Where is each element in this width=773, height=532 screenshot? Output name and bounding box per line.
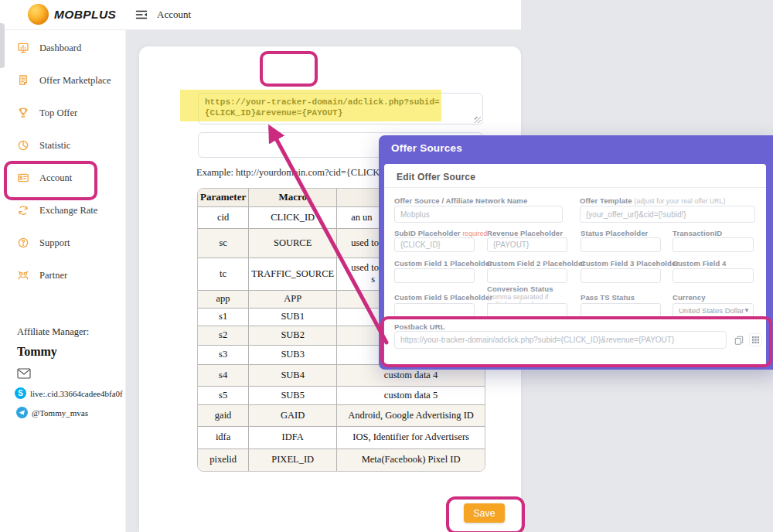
cell-macro: CLICK_ID [249, 206, 337, 228]
sidebar-item-exchange-rate[interactable]: Exchange Rate [0, 196, 125, 224]
cell-macro: GAID [249, 404, 337, 426]
table-row: gaidGAIDAndroid, Google Advertising ID [198, 404, 485, 426]
offer-template-input[interactable] [580, 206, 755, 223]
cell-desc: IOS, Identifier for Advertisers [337, 426, 485, 448]
sidebar: Dashboard Offer Marketplace Top Offer St… [0, 29, 126, 532]
affiliate-manager-name: Tommy [17, 345, 57, 359]
revenue-placeholder-input[interactable] [487, 237, 567, 252]
cell-macro: SUB4 [249, 364, 337, 386]
cell-param: idfa [198, 426, 249, 448]
custom-field-5-label: Custom Field 5 Placeholder [394, 293, 492, 302]
offer-template-label: Offer Template (adjust for your real off… [580, 196, 725, 205]
pass-ts-status-input[interactable] [581, 303, 661, 318]
custom-field-4-input[interactable] [673, 268, 754, 283]
cell-param: s1 [198, 308, 249, 326]
pass-ts-status-label: Pass TS Status [581, 293, 635, 302]
affiliate-manager-label: Affiliate Manager: [17, 326, 89, 338]
currency-label: Currency [673, 293, 706, 302]
save-button[interactable]: Save [464, 503, 505, 523]
subid-placeholder-label: SubID Placeholder required [394, 229, 487, 237]
telegram-contact[interactable]: @Tommy_mvas [16, 407, 88, 418]
collapse-menu-icon[interactable] [135, 8, 148, 22]
sidebar-item-label: Offer Marketplace [39, 75, 111, 87]
sidebar-item-dashboard[interactable]: Dashboard [0, 34, 125, 62]
postback-url-textarea[interactable]: https://your-tracker-domain/adclick.php?… [198, 93, 483, 124]
cell-param: s4 [198, 364, 249, 386]
email-contact[interactable] [17, 368, 31, 379]
custom-field-2-input[interactable] [487, 268, 567, 283]
conversion-status-input[interactable] [487, 303, 567, 318]
cell-param: tc [198, 257, 249, 290]
subid-placeholder-input[interactable] [394, 237, 475, 252]
sidebar-item-statistic[interactable]: Statistic [0, 131, 125, 159]
telegram-icon [16, 407, 28, 418]
status-placeholder-label: Status Placeholder [581, 229, 648, 237]
col-header-parameter: Parameter [198, 189, 249, 206]
cell-macro: IDFA [249, 426, 337, 448]
example-url-text: Example: http://yourdomain.com?cid={CLIC… [196, 167, 400, 179]
brand-name: MOBPLUS [54, 8, 116, 22]
sidebar-item-support[interactable]: Support [0, 229, 125, 257]
custom-field-1-input[interactable] [394, 268, 475, 283]
cell-desc: Android, Google Advertising ID [337, 404, 485, 426]
cell-param: app [198, 290, 249, 308]
sidebar-item-partner[interactable]: Partner [0, 261, 125, 289]
sidebar-item-label: Support [39, 237, 70, 249]
skype-contact[interactable]: S live:.cid.33664cadee4bfa0f [15, 387, 123, 399]
postback-url-label: Postback URL [394, 322, 445, 331]
cell-macro: SUB1 [249, 308, 337, 326]
app-root: MOBPLUS Account Dashboard Offer Marketpl… [0, 0, 773, 532]
custom-field-5-input[interactable] [394, 303, 475, 318]
cell-param: pixelid [198, 448, 249, 471]
cell-macro: SOURCE [249, 228, 337, 257]
table-row: idfaIDFAIOS, Identifier for Advertisers [198, 426, 485, 448]
offer-source-input[interactable] [394, 206, 563, 223]
transactionid-placeholder-input[interactable] [673, 237, 754, 252]
pie-chart-icon [17, 139, 29, 152]
sidebar-item-top-offer[interactable]: Top Offer [0, 99, 125, 127]
modal-section-title: Edit Offer Source [397, 172, 475, 182]
sidebar-item-label: Partner [39, 270, 67, 281]
sidebar-item-label: Dashboard [39, 43, 81, 54]
chevron-down-icon: ▼ [744, 307, 750, 314]
cell-param: cid [198, 206, 249, 228]
telegram-handle: @Tommy_mvas [32, 408, 88, 418]
cell-param: s2 [198, 326, 249, 345]
envelope-icon [17, 368, 31, 379]
question-icon [17, 237, 29, 249]
sidebar-item-label: Top Offer [39, 107, 77, 119]
edit-offer-source-card: Edit Offer Source Offer Source / Affilia… [384, 164, 766, 367]
custom-field-3-input[interactable] [581, 268, 661, 283]
modal-postback-url-input[interactable] [394, 331, 727, 349]
exchange-icon [17, 204, 29, 217]
col-header-macro: Macro [249, 189, 337, 206]
revenue-placeholder-label: Revenue Placeholder [487, 229, 563, 237]
custom-field-1-label: Custom Field 1 Placeholder [394, 259, 492, 268]
cell-param: sc [198, 228, 249, 257]
document-icon [17, 74, 29, 87]
cell-macro: TRAFFIC_SOURCE [249, 257, 337, 290]
trophy-icon [17, 107, 29, 119]
cell-param: s5 [198, 386, 249, 404]
copy-icon[interactable] [732, 333, 745, 346]
offer-source-label: Offer Source / Affiliate Network Name [394, 196, 527, 205]
table-row: s5SUB5custom data 5 [198, 386, 485, 404]
sidebar-item-label: Account [39, 172, 72, 184]
grid-icon[interactable] [749, 333, 762, 346]
status-placeholder-input[interactable] [581, 237, 661, 252]
sidebar-item-offer-marketplace[interactable]: Offer Marketplace [0, 66, 125, 94]
offer-sources-modal: Offer Sources Edit Offer Source Offer So… [379, 135, 773, 370]
brand-logo: MOBPLUS [28, 4, 116, 25]
cell-param: s3 [198, 345, 249, 364]
dashboard-icon [17, 42, 29, 54]
scroll-notch [0, 23, 5, 68]
cell-desc: Meta(Facebook) Pixel ID [337, 448, 485, 471]
resize-handle-icon[interactable] [475, 117, 481, 123]
sidebar-item-account[interactable]: Account [0, 164, 125, 192]
cell-param: gaid [198, 404, 249, 426]
sidebar-item-label: Statistic [39, 140, 70, 152]
sidebar-item-label: Exchange Rate [39, 205, 97, 217]
currency-select[interactable]: United States Dollar (USD ▼ [673, 303, 754, 318]
custom-field-2-label: Custom Field 2 Placeholder [487, 259, 585, 268]
partner-icon [17, 269, 29, 281]
